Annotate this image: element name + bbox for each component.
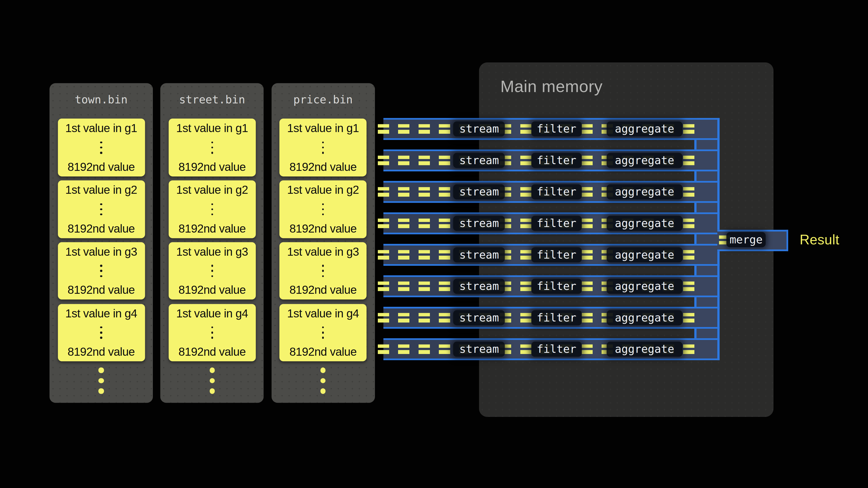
row-divider-cap (694, 297, 696, 307)
group-box-g1: 1st value in g1 8192nd value (58, 119, 145, 176)
group-ellipsis (322, 325, 324, 340)
pipeline-row: stream filter aggregate (383, 244, 720, 266)
group-box-g3: 1st value in g3 8192nd value (58, 242, 145, 299)
group-last-value: 8192nd value (289, 160, 356, 174)
stage-chip-filter: filter (531, 153, 582, 168)
group-first-value: 1st value in g1 (176, 122, 248, 135)
file-column-street: street.bin 1st value in g1 8192nd value … (160, 83, 264, 403)
row-divider-cap (694, 266, 696, 275)
file-name-label: street.bin (160, 93, 264, 107)
group-box-g3: 1st value in g3 8192nd value (279, 242, 367, 299)
group-ellipsis (100, 201, 102, 217)
stage-label: filter (537, 248, 576, 261)
stage-label: filter (537, 217, 576, 230)
pipeline-row: stream filter aggregate (383, 181, 720, 203)
pipeline-row: stream filter aggregate (383, 275, 720, 297)
group-ellipsis (211, 201, 213, 217)
stage-chip-filter: filter (531, 216, 582, 231)
stage-chip-filter: filter (531, 184, 582, 199)
stage-chip-aggregate: aggregate (607, 216, 683, 231)
group-last-value: 8192nd value (67, 283, 135, 297)
merge-band: merge (717, 230, 788, 251)
group-box-g3: 1st value in g3 8192nd value (168, 242, 255, 299)
stage-chip-stream: stream (453, 278, 505, 294)
group-last-value: 8192nd value (179, 222, 246, 235)
row-divider-cap (694, 203, 696, 213)
group-last-value: 8192nd value (179, 345, 246, 359)
group-first-value: 1st value in g1 (287, 122, 359, 135)
stage-label: stream (459, 154, 499, 167)
group-last-value: 8192nd value (67, 345, 135, 359)
stage-chip-filter: filter (531, 341, 582, 357)
stage-label: aggregate (615, 280, 674, 293)
stage-chip-filter: filter (531, 247, 582, 262)
group-first-value: 1st value in g3 (65, 245, 137, 258)
stage-chip-stream: stream (453, 216, 505, 231)
stage-label: filter (537, 343, 576, 355)
group-box-g4: 1st value in g4 8192nd value (168, 304, 255, 361)
group-last-value: 8192nd value (67, 222, 135, 235)
stage-chip-aggregate: aggregate (607, 247, 683, 262)
group-last-value: 8192nd value (67, 160, 135, 174)
group-box-g4: 1st value in g4 8192nd value (58, 304, 145, 361)
stage-label: filter (537, 122, 576, 135)
group-ellipsis (322, 140, 324, 155)
group-first-value: 1st value in g2 (65, 183, 137, 197)
stage-chip-filter: filter (531, 310, 582, 325)
stage-label: aggregate (615, 311, 674, 324)
stage-label: filter (537, 311, 576, 324)
stage-label: filter (537, 154, 576, 167)
stage-label: aggregate (615, 122, 674, 135)
pipeline-row: stream filter aggregate (383, 338, 720, 360)
diagram-canvas: town.bin 1st value in g1 8192nd value 1s… (0, 0, 868, 488)
group-last-value: 8192nd value (179, 160, 246, 174)
group-box-g1: 1st value in g1 8192nd value (168, 119, 255, 176)
main-memory-title: Main memory (500, 77, 602, 96)
stage-label: filter (537, 280, 576, 293)
file-column-town: town.bin 1st value in g1 8192nd value 1s… (50, 83, 153, 403)
pipeline-row: stream filter aggregate (383, 118, 720, 140)
pipeline-row: stream filter aggregate (383, 307, 720, 329)
group-first-value: 1st value in g3 (176, 245, 248, 258)
group-last-value: 8192nd value (289, 345, 356, 359)
result-label: Result (800, 232, 839, 248)
stage-label: aggregate (615, 248, 674, 261)
group-first-value: 1st value in g3 (287, 245, 359, 258)
stage-chip-stream: stream (453, 341, 505, 357)
stage-chip-stream: stream (453, 153, 505, 168)
group-box-g1: 1st value in g1 8192nd value (279, 119, 367, 176)
pipeline-container-border (717, 251, 720, 360)
file-column-price: price.bin 1st value in g1 8192nd value 1… (271, 83, 375, 403)
group-box-g2: 1st value in g2 8192nd value (58, 181, 145, 238)
stage-chip-aggregate: aggregate (607, 153, 683, 168)
stage-chip-stream: stream (453, 184, 505, 199)
stage-chip-aggregate: aggregate (607, 278, 683, 294)
stage-label: aggregate (615, 217, 674, 230)
group-first-value: 1st value in g4 (287, 306, 359, 320)
merge-chip: merge (726, 232, 766, 248)
stage-label: stream (459, 122, 499, 135)
group-ellipsis (211, 263, 213, 279)
group-ellipsis (100, 263, 102, 279)
group-box-g2: 1st value in g2 8192nd value (168, 181, 255, 238)
stage-chip-stream: stream (453, 121, 505, 136)
group-box-g2: 1st value in g2 8192nd value (279, 181, 367, 238)
stage-label: stream (459, 185, 499, 198)
stage-label: stream (459, 217, 499, 230)
group-last-value: 8192nd value (179, 283, 246, 297)
group-first-value: 1st value in g2 (287, 183, 359, 197)
stage-chip-stream: stream (453, 310, 505, 325)
stage-label: aggregate (615, 343, 674, 355)
pipeline-row: stream filter aggregate (383, 150, 720, 171)
row-divider-cap (694, 329, 696, 338)
stage-chip-stream: stream (453, 247, 505, 262)
stage-label: aggregate (615, 154, 674, 167)
file-name-label: price.bin (271, 93, 375, 107)
stage-label: stream (459, 343, 499, 355)
pipeline-container-border (717, 118, 720, 230)
row-divider-cap (694, 140, 696, 150)
group-ellipsis (322, 201, 324, 217)
row-divider-cap (694, 171, 696, 181)
group-ellipsis (100, 140, 102, 155)
file-name-label: town.bin (50, 93, 153, 107)
